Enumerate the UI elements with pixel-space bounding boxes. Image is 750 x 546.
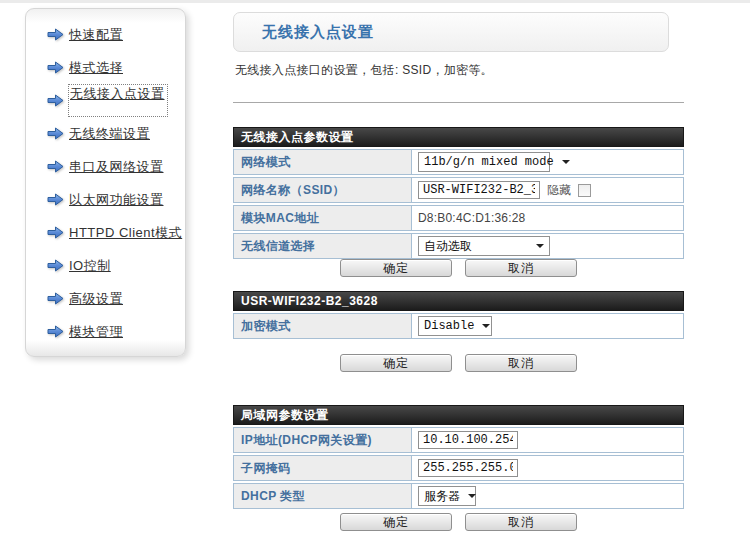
- cancel-button[interactable]: 取消: [465, 513, 577, 531]
- ok-button[interactable]: 确定: [340, 354, 452, 372]
- table-row: IP地址(DHCP网关设置): [233, 427, 684, 453]
- ok-button[interactable]: 确定: [340, 259, 452, 277]
- row-label: 网络名称（SSID）: [234, 178, 412, 202]
- sidebar-item-advanced-settings[interactable]: 高级设置: [26, 282, 185, 315]
- select-value: 11b/g/n mixed mode: [424, 155, 554, 169]
- ip-address-input[interactable]: [418, 431, 518, 449]
- row-label: IP地址(DHCP网关设置): [234, 428, 412, 452]
- section-lan-parameters: 局域网参数设置 IP地址(DHCP网关设置) 子网掩码 DHCP 类型 服务器: [233, 405, 684, 509]
- select-value: Disable: [424, 319, 474, 333]
- dropdown-arrow-icon: [562, 160, 570, 164]
- sidebar-item-label: 模式选择: [69, 59, 123, 77]
- row-label: 无线信道选择: [234, 234, 412, 258]
- arrow-right-icon: [47, 28, 64, 41]
- sidebar-item-io-control[interactable]: IO控制: [26, 249, 185, 282]
- row-value-cell: 自动选取: [412, 234, 683, 258]
- main-content: 无线接入点设置 无线接入点接口的设置，包括: SSID，加密等。 无线接入点参数…: [233, 0, 684, 546]
- row-label: 网络模式: [234, 150, 412, 174]
- cancel-button[interactable]: 取消: [465, 354, 577, 372]
- sidebar-item-label: 模块管理: [69, 323, 123, 341]
- dropdown-arrow-icon: [468, 494, 476, 498]
- divider: [233, 102, 684, 103]
- sidebar-item-label: HTTPD Client模式: [69, 224, 182, 242]
- row-value-cell: 服务器: [412, 484, 683, 508]
- sidebar-item-wireless-ap-settings[interactable]: 无线接入点设置: [26, 84, 185, 117]
- row-value-cell: Disable: [412, 314, 683, 338]
- sidebar-item-label: 快速配置: [69, 26, 123, 44]
- table-row: 模块MAC地址 D8:B0:4C:D1:36:28: [233, 205, 684, 231]
- arrow-right-icon: [47, 292, 64, 305]
- sidebar-item-label: 串口及网络设置: [69, 158, 164, 176]
- arrow-right-icon: [47, 226, 64, 239]
- select-value: 自动选取: [424, 238, 472, 255]
- sidebar-item-quick-config[interactable]: 快速配置: [26, 18, 185, 51]
- select-value: 服务器: [424, 488, 460, 505]
- row-value-cell: 隐藏: [412, 178, 683, 202]
- arrow-right-icon: [47, 193, 64, 206]
- button-row-lan: 确定 取消: [233, 513, 684, 531]
- subnet-mask-input[interactable]: [418, 459, 518, 477]
- ok-button[interactable]: 确定: [340, 513, 452, 531]
- hide-ssid-label: 隐藏: [547, 182, 571, 199]
- arrow-right-icon: [47, 325, 64, 338]
- sidebar-item-label: 以太网功能设置: [69, 191, 164, 209]
- arrow-right-icon: [47, 94, 64, 107]
- page-header-box: 无线接入点设置: [233, 12, 669, 52]
- sidebar-item-module-management[interactable]: 模块管理: [26, 315, 185, 348]
- sidebar-item-serial-network-settings[interactable]: 串口及网络设置: [26, 150, 185, 183]
- section-header: USR-WIFI232-B2_3628: [233, 291, 684, 311]
- ssid-input[interactable]: [418, 181, 540, 199]
- row-value-cell: [412, 428, 683, 452]
- arrow-right-icon: [47, 127, 64, 140]
- arrow-right-icon: [47, 160, 64, 173]
- arrow-right-icon: [47, 61, 64, 74]
- section-encryption: USR-WIFI232-B2_3628 加密模式 Disable: [233, 291, 684, 339]
- sidebar-item-ethernet-function[interactable]: 以太网功能设置: [26, 183, 185, 216]
- row-label: 加密模式: [234, 314, 412, 338]
- page-title: 无线接入点设置: [234, 13, 668, 51]
- sidebar-item-wireless-sta-settings[interactable]: 无线终端设置: [26, 117, 185, 150]
- row-value-cell: [412, 456, 683, 480]
- dropdown-arrow-icon: [482, 324, 490, 328]
- dropdown-arrow-icon: [536, 244, 544, 248]
- row-label: DHCP 类型: [234, 484, 412, 508]
- section-header: 局域网参数设置: [233, 405, 684, 425]
- channel-select[interactable]: 自动选取: [418, 236, 550, 256]
- dhcp-type-select[interactable]: 服务器: [418, 486, 476, 506]
- sidebar-item-label-active: 无线接入点设置: [69, 85, 167, 116]
- arrow-right-icon: [47, 259, 64, 272]
- table-row: 网络模式 11b/g/n mixed mode: [233, 149, 684, 175]
- table-row: 无线信道选择 自动选取: [233, 233, 684, 259]
- table-row: 网络名称（SSID） 隐藏: [233, 177, 684, 203]
- table-row: 加密模式 Disable: [233, 313, 684, 339]
- table-row: DHCP 类型 服务器: [233, 483, 684, 509]
- sidebar-item-label: 高级设置: [69, 290, 123, 308]
- button-row-encryption: 确定 取消: [233, 354, 684, 372]
- row-value-cell: D8:B0:4C:D1:36:28: [412, 206, 683, 230]
- hide-ssid-checkbox[interactable]: [578, 184, 591, 197]
- section-ap-parameters: 无线接入点参数设置 网络模式 11b/g/n mixed mode 网络名称（S…: [233, 127, 684, 259]
- page-description: 无线接入点接口的设置，包括: SSID，加密等。: [235, 62, 493, 79]
- row-label: 模块MAC地址: [234, 206, 412, 230]
- sidebar-item-label: IO控制: [69, 257, 111, 275]
- router-config-page: 快速配置 模式选择 无线接入点设置 无线终端设置 串口及网络设置 以太网功能设置…: [0, 0, 750, 546]
- table-row: 子网掩码: [233, 455, 684, 481]
- sidebar-item-mode-select[interactable]: 模式选择: [26, 51, 185, 84]
- row-value-cell: 11b/g/n mixed mode: [412, 150, 683, 174]
- mac-address-value: D8:B0:4C:D1:36:28: [418, 211, 525, 225]
- section-header: 无线接入点参数设置: [233, 127, 684, 147]
- sidebar-item-label: 无线终端设置: [69, 125, 150, 143]
- sidebar-item-httpd-client-mode[interactable]: HTTPD Client模式: [26, 216, 185, 249]
- network-mode-select[interactable]: 11b/g/n mixed mode: [418, 152, 550, 172]
- cancel-button[interactable]: 取消: [465, 259, 577, 277]
- button-row-ap: 确定 取消: [233, 259, 684, 277]
- row-label: 子网掩码: [234, 456, 412, 480]
- sidebar-nav: 快速配置 模式选择 无线接入点设置 无线终端设置 串口及网络设置 以太网功能设置…: [25, 8, 186, 357]
- encryption-mode-select[interactable]: Disable: [418, 316, 492, 336]
